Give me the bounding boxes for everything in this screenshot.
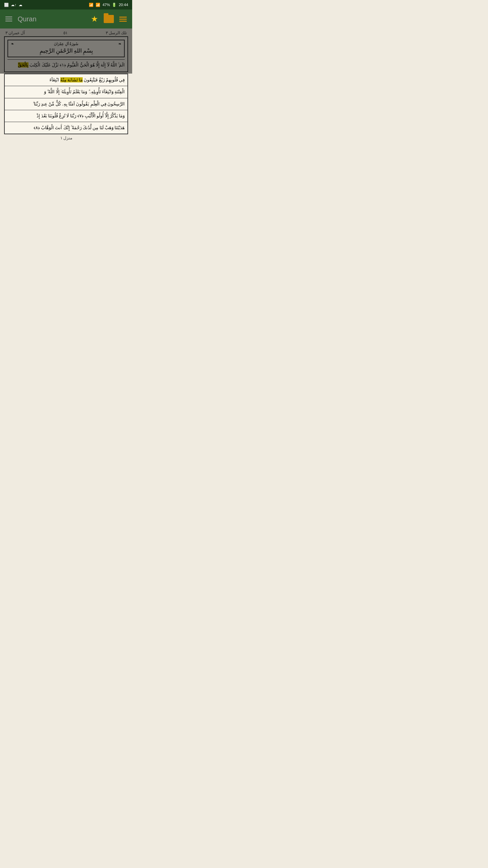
app-bar: Quran ★ [0, 9, 132, 28]
lower-row-4: وَمَا يَذَّكَّرُ إِلَّآ أُولُو الْأَلْبَ… [5, 110, 127, 122]
app-bar-left: Quran [5, 15, 37, 23]
screen-icon: ⬜ [4, 3, 9, 7]
battery-icon: 🔋 [112, 3, 117, 7]
status-right-info: 📶 📶 47% 🔋 20:44 [89, 3, 128, 7]
lower-row-2: الْفِتْنَةِ وَابْتِغَآءَ تَأْوِيلِهِۦ ۗ … [5, 86, 127, 98]
dialog-overlay: Share Select pages to share: This Page N… [0, 28, 132, 74]
upload-icon: ☁↑ [11, 3, 17, 7]
lower-row-3: الرَّٰسِخُونَ فِي الْعِلْمِ يَقُولُونَ آ… [5, 98, 127, 110]
signal-icon: 📶 [96, 3, 100, 7]
hamburger-menu-button[interactable] [5, 17, 12, 21]
manzil-label: منزل ١ [4, 134, 128, 142]
lower-quran-table: فِي قُلُوبِهِمْ زَيْغٌ فَيَتَّبِعُونَ مَ… [4, 74, 128, 134]
quran-lower-content: فِي قُلُوبِهِمْ زَيْغٌ فَيَتَّبِعُونَ مَ… [0, 74, 132, 144]
cloud-icon: ☁ [19, 3, 22, 7]
app-bar-right: ★ [91, 14, 127, 24]
lower-row-1: فِي قُلُوبِهِمْ زَيْغٌ فَيَتَّبِعُونَ مَ… [5, 74, 127, 86]
status-left-icons: ⬜ ☁↑ ☁ [4, 3, 22, 7]
time-display: 20:44 [119, 3, 128, 7]
bookmarks-folder-icon[interactable] [104, 15, 114, 23]
highlight-1: مَا تَشَابَهَ مِنْهُ [60, 77, 83, 82]
lower-row-5: هَدَيْتَنَا وَهَبْ لَنَا مِن لَّدُنكَ رَ… [5, 122, 127, 134]
status-bar: ⬜ ☁↑ ☁ 📶 📶 47% 🔋 20:44 [0, 0, 132, 9]
bookmark-star-icon[interactable]: ★ [91, 14, 98, 24]
menu-list-icon[interactable] [119, 17, 127, 22]
app-title: Quran [18, 15, 37, 23]
quran-content-area: آل عمران ٣ ٥١ تلك الرسل ٣ ❧ سُورَةُ آلِ … [0, 28, 132, 74]
battery-text: 47% [102, 3, 110, 7]
wifi-icon: 📶 [89, 3, 94, 7]
